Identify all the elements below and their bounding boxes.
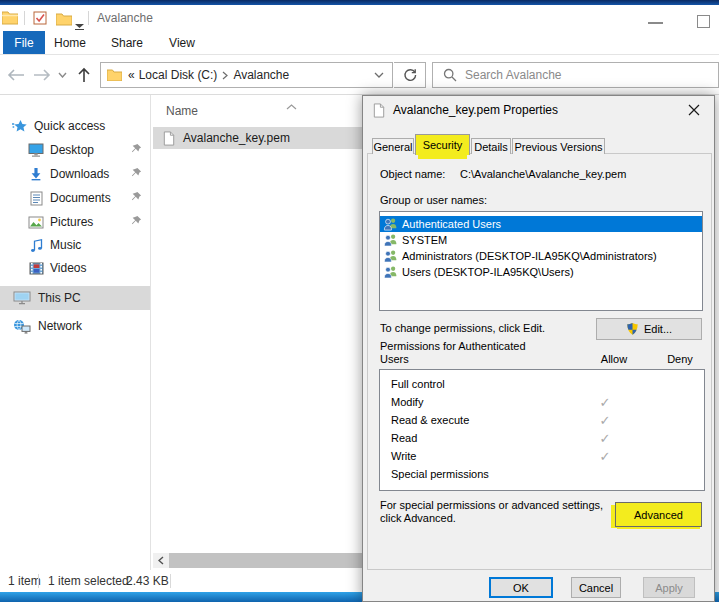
group-name: SYSTEM: [402, 234, 447, 246]
sidebar-item-label: Quick access: [34, 119, 105, 133]
address-bar[interactable]: « Local Disk (C:) Avalanche: [100, 62, 393, 88]
qat-folder-icon[interactable]: [56, 12, 72, 30]
pin-icon: [131, 143, 142, 157]
file-icon: [161, 131, 177, 146]
permission-label: Special permissions: [391, 468, 489, 480]
security-tab-panel: Object name: C:\Avalanche\Avalanche_key.…: [367, 153, 712, 570]
sidebar-item-label: Network: [38, 319, 82, 333]
tab-home[interactable]: Home: [50, 31, 90, 54]
group-row-users[interactable]: Users (DESKTOP-ILA95KQ\Users): [380, 264, 702, 280]
permission-row: Full control: [380, 375, 704, 393]
file-row[interactable]: Avalanche_key.pem: [153, 127, 365, 149]
permission-row: Read & execute ✓: [380, 411, 704, 429]
column-header-name[interactable]: Name: [166, 104, 198, 118]
horizontal-scrollbar[interactable]: [153, 553, 365, 568]
permissions-list[interactable]: Full control Modify ✓ Read & execute ✓ R…: [379, 369, 705, 491]
sidebar-item-videos[interactable]: Videos: [0, 256, 150, 280]
app-folder-icon: [2, 11, 18, 29]
breadcrumb-overflow[interactable]: «: [128, 68, 135, 82]
pin-icon: [131, 215, 142, 229]
file-name: Avalanche_key.pem: [183, 131, 290, 145]
search-input[interactable]: Search Avalanche: [432, 62, 719, 88]
group-row-administrators[interactable]: Administrators (DESKTOP-ILA95KQ\Administ…: [380, 248, 702, 264]
permission-label: Read & execute: [391, 414, 469, 426]
qat-properties-icon[interactable]: [33, 11, 47, 29]
tab-security[interactable]: Security: [415, 134, 470, 155]
group-icon: [383, 233, 398, 247]
group-icon: [383, 265, 398, 279]
back-icon[interactable]: [6, 65, 26, 85]
sidebar-item-network[interactable]: Network: [0, 314, 150, 338]
advanced-button[interactable]: Advanced: [615, 502, 702, 527]
sidebar-item-this-pc[interactable]: This PC: [0, 286, 150, 310]
dialog-title: Avalanche_key.pem Properties: [393, 103, 558, 117]
edit-button-label: Edit...: [644, 323, 672, 335]
status-divider: [170, 574, 171, 588]
group-user-list[interactable]: Authenticated Users SYSTEM Administrator…: [379, 211, 703, 311]
permission-label: Full control: [391, 378, 445, 390]
status-item-count: 1 item: [8, 574, 41, 588]
group-row-system[interactable]: SYSTEM: [380, 232, 702, 248]
group-name: Authenticated Users: [402, 218, 501, 230]
dialog-file-icon: [373, 103, 385, 122]
sidebar-item-documents[interactable]: Documents: [0, 186, 150, 210]
address-dropdown-chevron-icon[interactable]: [374, 72, 384, 79]
properties-dialog: Avalanche_key.pem Properties General Sec…: [362, 95, 715, 602]
permission-row: Write ✓: [380, 447, 704, 465]
allow-column-header: Allow: [584, 353, 644, 365]
advanced-hint-line2: click Advanced.: [380, 512, 456, 524]
sidebar-item-label: Videos: [50, 261, 86, 275]
breadcrumb-separator-icon[interactable]: [222, 71, 228, 80]
recent-locations-chevron-icon[interactable]: [56, 69, 68, 81]
minimize-button[interactable]: [648, 22, 663, 24]
dialog-title-bar[interactable]: Avalanche_key.pem Properties: [363, 96, 714, 124]
tab-view[interactable]: View: [162, 31, 202, 54]
sidebar-item-label: Desktop: [50, 143, 94, 157]
close-icon[interactable]: [682, 100, 706, 120]
tab-previous-versions[interactable]: Previous Versions: [512, 138, 605, 154]
permissions-header-line1: Permissions for Authenticated: [380, 340, 526, 352]
ribbon-tab-bar: File Home Share View: [0, 31, 719, 55]
sidebar-item-downloads[interactable]: Downloads: [0, 162, 150, 186]
forward-icon[interactable]: [32, 65, 52, 85]
scroll-left-icon[interactable]: [153, 553, 169, 568]
title-bar[interactable]: Avalanche: [0, 5, 719, 31]
address-folder-icon: [107, 69, 122, 81]
advanced-hint-line1: For special permissions or advanced sett…: [380, 499, 603, 511]
cancel-button[interactable]: Cancel: [571, 577, 621, 598]
navigation-bar: « Local Disk (C:) Avalanche Search Avala…: [0, 55, 719, 95]
group-name: Users (DESKTOP-ILA95KQ\Users): [402, 266, 574, 278]
up-icon[interactable]: [74, 65, 94, 85]
sidebar-item-quick-access[interactable]: Quick access: [0, 114, 150, 138]
ok-button[interactable]: OK: [489, 577, 553, 598]
qat-separator: [88, 11, 89, 25]
sidebar-item-desktop[interactable]: Desktop: [0, 138, 150, 162]
tab-details[interactable]: Details: [471, 138, 511, 154]
allow-checkmark: ✓: [575, 395, 635, 410]
group-row-authenticated-users[interactable]: Authenticated Users: [380, 216, 702, 232]
permission-row: Read ✓: [380, 429, 704, 447]
status-divider: [38, 574, 39, 588]
scrollbar-thumb[interactable]: [169, 553, 365, 568]
sidebar-item-label: Pictures: [50, 215, 93, 229]
edit-button[interactable]: Edit...: [596, 318, 702, 340]
breadcrumb-item-drive[interactable]: Local Disk (C:): [139, 68, 218, 82]
sidebar-item-label: Music: [50, 238, 81, 252]
uac-shield-icon: [626, 322, 639, 336]
permission-row: Special permissions: [380, 465, 704, 483]
sidebar-item-music[interactable]: Music: [0, 233, 150, 257]
permission-label: Write: [391, 450, 416, 462]
this-pc-icon: [12, 291, 32, 305]
pictures-icon: [28, 216, 44, 229]
refresh-button[interactable]: [394, 62, 426, 88]
pin-icon: [131, 191, 142, 205]
breadcrumb-item-folder[interactable]: Avalanche: [233, 68, 289, 82]
tab-share[interactable]: Share: [106, 31, 148, 54]
maximize-button[interactable]: [697, 15, 710, 28]
sidebar-item-pictures[interactable]: Pictures: [0, 210, 150, 234]
tab-general[interactable]: General: [372, 138, 414, 154]
sort-ascending-icon[interactable]: [286, 96, 297, 114]
quick-access-star-icon: [12, 119, 28, 134]
tab-file[interactable]: File: [3, 31, 45, 54]
apply-button[interactable]: Apply: [643, 577, 695, 598]
